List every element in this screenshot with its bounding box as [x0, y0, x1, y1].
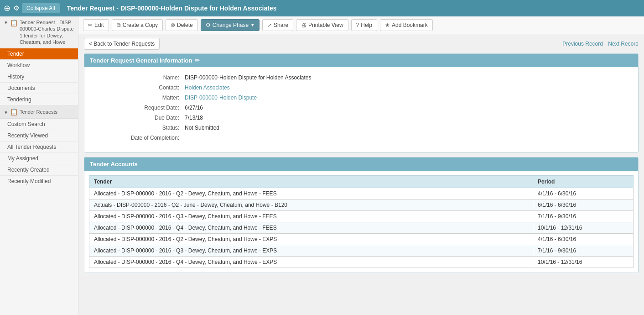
- add-bookmark-button[interactable]: ★ Add Bookmark: [380, 19, 433, 31]
- table-row[interactable]: Allocated - DISP-000000 - 2016 - Q4 - De…: [89, 257, 634, 268]
- tender-column-header: Tender: [89, 176, 533, 188]
- sidebar-nav-2: Custom Search Recently Viewed All Tender…: [0, 119, 78, 187]
- share-icon: ↗: [267, 22, 272, 28]
- matter-row: Matter: DISP-000000-Holden Dispute: [93, 94, 629, 101]
- tender-accounts-panel: Tender Accounts Tender Period Alloca: [84, 157, 639, 273]
- tender-table-body: Allocated - DISP-000000 - 2016 - Q2 - De…: [89, 188, 634, 268]
- record-navigation: Previous Record Next Record: [559, 41, 639, 47]
- due-date-row: Due Date: 7/13/18: [93, 115, 629, 121]
- general-info-header: Tender Request General Information ✏: [84, 54, 638, 67]
- matter-link[interactable]: DISP-000000-Holden Dispute: [185, 94, 257, 101]
- period-cell: 4/1/16 - 6/30/16: [533, 188, 634, 200]
- status-value: Not Submitted: [185, 125, 629, 131]
- contact-row: Contact: Holden Associates: [93, 84, 629, 91]
- tender-accounts-header: Tender Accounts: [84, 158, 638, 171]
- tender-cell: Allocated - DISP-000000 - 2016 - Q4 - De…: [89, 222, 533, 234]
- print-icon: 🖨: [301, 22, 306, 28]
- tender-accounts-body: Tender Period Allocated - DISP-000000 - …: [84, 171, 638, 273]
- sidebar-item-history[interactable]: History: [0, 71, 78, 83]
- contact-value: Holden Associates: [185, 84, 629, 91]
- sidebar-group-title-1: Tender Request - DISP-000000-Charles Dis…: [20, 19, 74, 45]
- tender-accounts-table: Tender Period Allocated - DISP-000000 - …: [89, 175, 634, 268]
- sidebar-group-title-2: Tender Requests: [20, 109, 57, 115]
- previous-record-link[interactable]: Previous Record: [562, 41, 603, 47]
- share-button[interactable]: ↗ Share: [262, 19, 293, 31]
- tender-accounts-title: Tender Accounts: [90, 161, 138, 168]
- gear-icon[interactable]: ⚙: [13, 4, 19, 12]
- sidebar-item-tender[interactable]: Tender: [0, 48, 78, 60]
- copy-label: Create a Copy: [123, 22, 158, 28]
- tender-cell: Allocated - DISP-000000 - 2016 - Q2 - De…: [89, 188, 533, 200]
- tender-cell: Actuals - DISP-000000 - 2016 - Q2 - June…: [89, 200, 533, 211]
- sidebar-item-all-tender-requests[interactable]: All Tender Requests: [0, 142, 78, 153]
- due-date-label: Due Date:: [93, 115, 185, 121]
- chevron-down-icon: ▼: [4, 20, 8, 25]
- sidebar-group-tender-requests: ▼ 📋 Tender Requests Custom Search Recent…: [0, 105, 78, 187]
- sidebar-group-tender-request: ▼ 📋 Tender Request - DISP-000000-Charles…: [0, 16, 78, 105]
- phase-icon: ⚙: [206, 22, 211, 28]
- date-completion-label: Date of Completion:: [93, 135, 185, 141]
- sidebar-item-my-assigned[interactable]: My Assigned: [0, 153, 78, 164]
- tender-cell: Allocated - DISP-000000 - 2016 - Q2 - De…: [89, 234, 533, 245]
- plus-icon[interactable]: ⊕: [4, 3, 10, 13]
- printable-view-button[interactable]: 🖨 Printable View: [296, 19, 348, 31]
- sidebar-item-recently-viewed[interactable]: Recently Viewed: [0, 130, 78, 142]
- tender-requests-icon: 📋: [10, 108, 18, 116]
- table-row[interactable]: Actuals - DISP-000000 - 2016 - Q2 - June…: [89, 200, 634, 211]
- sidebar-item-recently-created[interactable]: Recently Created: [0, 164, 78, 176]
- action-bar: ✏ Edit ⧉ Create a Copy ⊗ Delete ⚙ Change…: [78, 16, 644, 34]
- create-copy-button[interactable]: ⧉ Create a Copy: [112, 19, 163, 31]
- status-label: Status:: [93, 125, 185, 131]
- table-row[interactable]: Allocated - DISP-000000 - 2016 - Q4 - De…: [89, 222, 634, 234]
- general-info-panel: Tender Request General Information ✏ Nam…: [84, 53, 639, 152]
- general-info-title: Tender Request General Information: [90, 57, 192, 64]
- sidebar: ▼ 📋 Tender Request - DISP-000000-Charles…: [0, 16, 78, 315]
- period-cell: 6/1/16 - 6/30/16: [533, 200, 634, 211]
- help-button[interactable]: ? Help: [351, 19, 377, 31]
- table-row[interactable]: Allocated - DISP-000000 - 2016 - Q2 - De…: [89, 188, 634, 200]
- chevron-down-icon-2: ▼: [4, 110, 8, 115]
- top-bar: ⊕ ⚙ Collapse All Tender Request - DISP-0…: [0, 0, 644, 16]
- next-record-link[interactable]: Next Record: [608, 41, 639, 47]
- help-icon: ?: [356, 22, 359, 28]
- period-cell: 7/1/16 - 9/30/16: [533, 211, 634, 222]
- chevron-down-icon-phase: ▼: [250, 23, 254, 27]
- sidebar-item-custom-search[interactable]: Custom Search: [0, 119, 78, 130]
- change-phase-button[interactable]: ⚙ Change Phase ▼: [201, 19, 260, 31]
- date-completion-row: Date of Completion:: [93, 135, 629, 141]
- period-cell: 4/1/16 - 6/30/16: [533, 234, 634, 245]
- collapse-all-button[interactable]: Collapse All: [22, 3, 60, 13]
- request-date-label: Request Date:: [93, 105, 185, 111]
- status-row: Status: Not Submitted: [93, 125, 629, 131]
- general-info-body: Name: DISP-000000-Holden Dispute for Hol…: [84, 67, 638, 152]
- sidebar-item-tendering[interactable]: Tendering: [0, 94, 78, 105]
- sidebar-group-header-2[interactable]: ▼ 📋 Tender Requests: [0, 105, 78, 119]
- tender-cell: Allocated - DISP-000000 - 2016 - Q3 - De…: [89, 245, 533, 257]
- period-cell: 7/1/16 - 9/30/16: [533, 245, 634, 257]
- due-date-value: 7/13/18: [185, 115, 629, 121]
- bookmark-icon: ★: [385, 22, 390, 28]
- back-button[interactable]: < Back to Tender Requests: [84, 38, 160, 50]
- delete-icon: ⊗: [171, 22, 175, 28]
- name-label: Name:: [93, 74, 185, 81]
- help-label: Help: [361, 22, 372, 28]
- tender-request-icon: 📋: [10, 19, 18, 26]
- sidebar-group-header-1[interactable]: ▼ 📋 Tender Request - DISP-000000-Charles…: [0, 16, 78, 48]
- contact-link[interactable]: Holden Associates: [185, 84, 230, 91]
- delete-button[interactable]: ⊗ Delete: [166, 19, 198, 31]
- table-row[interactable]: Allocated - DISP-000000 - 2016 - Q3 - De…: [89, 211, 634, 222]
- bookmark-label: Add Bookmark: [392, 22, 428, 28]
- copy-icon: ⧉: [117, 22, 121, 28]
- table-row[interactable]: Allocated - DISP-000000 - 2016 - Q2 - De…: [89, 234, 634, 245]
- delete-label: Delete: [177, 22, 193, 28]
- sidebar-item-recently-modified[interactable]: Recently Modified: [0, 176, 78, 187]
- edit-button[interactable]: ✏ Edit: [83, 19, 109, 31]
- pencil-icon[interactable]: ✏: [195, 57, 200, 64]
- table-row[interactable]: Allocated - DISP-000000 - 2016 - Q3 - De…: [89, 245, 634, 257]
- content-area: < Back to Tender Requests Previous Recor…: [78, 34, 644, 315]
- sidebar-item-workflow[interactable]: Workflow: [0, 60, 78, 71]
- name-value: DISP-000000-Holden Dispute for Holden As…: [185, 74, 629, 81]
- sidebar-item-documents[interactable]: Documents: [0, 83, 78, 94]
- change-phase-label: Change Phase: [213, 22, 249, 28]
- contact-label: Contact:: [93, 84, 185, 91]
